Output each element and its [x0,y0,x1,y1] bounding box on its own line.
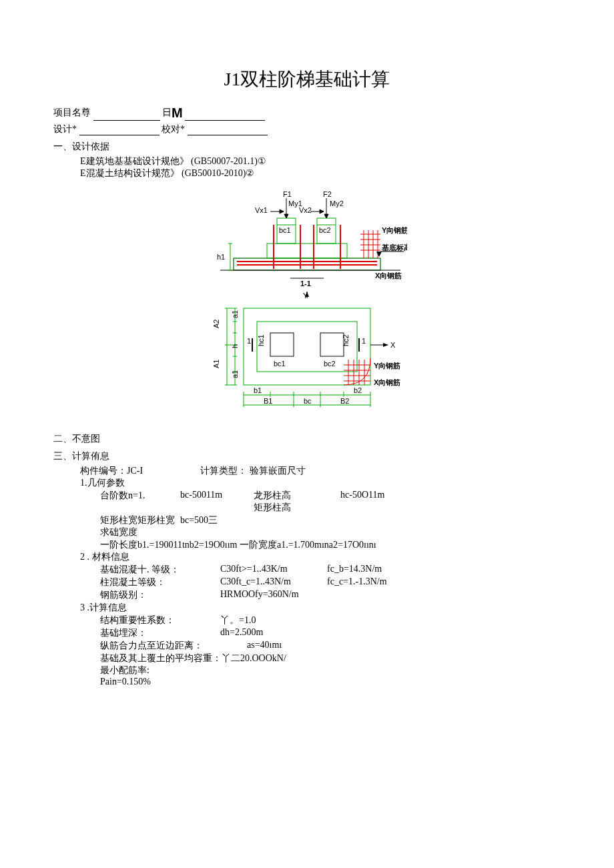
geom-step-dims: 一阶长度b1.=190011tnb2=19O0ıım 一阶宽度a1.=1.700… [100,539,561,551]
mat-found-grade-v: C30ft>=1..43K/m [220,564,327,576]
calc-as-l: 纵筋合力点至近边距离： [100,640,247,652]
project-blank[interactable] [93,111,160,121]
mat-rebar-l: 钢筋级别： [100,589,220,601]
ref-1: E建筑地基基础设计规他》 (GB50007-201.1)① [80,155,561,167]
label-h: h [231,344,239,348]
ref-2: E混凝土结构设计规范》 (GB50010-2010)② [80,167,561,179]
label-y-rebar-plan: Y向钢筋 [374,362,400,370]
mat-col-grade-v: C30ft_c=1..43N/m [220,576,327,588]
label-hc2: hc2 [342,334,350,346]
geom-bc500: bc=500三 [180,514,218,538]
calc-depth-l: 基础埋深： [100,627,220,639]
label-big-b2: B2 [340,397,349,405]
label-a1: A1 [212,360,220,368]
label-f2: F2 [323,190,332,198]
diagram-container: F1 F2 Vx1 My1 Vx2 My2 bc1 bc2 h1 1-1 Y向钢… [53,185,561,428]
label-a1-top: a1 [231,310,239,318]
calc-importance-v: 丫。=1.0 [220,614,256,626]
label-1-right: 1 [362,337,366,345]
geom-colh-a: 龙形柱高 [254,490,340,502]
project-label: 项目名尊 [53,107,91,117]
label-hc1: hc1 [257,334,265,346]
label-bc1-top: bc1 [279,226,291,234]
label-big-b1: B1 [264,397,272,405]
svg-rect-3 [267,244,347,258]
svg-marker-43 [383,343,388,347]
design-blank[interactable] [79,125,160,135]
svg-rect-41 [320,333,344,356]
mat-rebar-v: HRMOOfy=360N/m [220,589,327,601]
geom-colw: 矩形柱宽矩形柱宽求础宽度 [100,514,180,538]
geom-colh-b: 矩形柱高 [254,502,340,514]
calc-type: 计算类型： 验算嵌面尺寸 [200,465,306,477]
calc-as-v: as=40ımı [247,640,282,652]
geom-block: 台阶数n=1. bc-50011m 龙形柱高 矩形柱高 hc-50O11m 矩形… [100,490,561,551]
calc-depth-v: dh=2.500m [220,627,263,639]
label-h1: h1 [217,253,225,261]
svg-rect-40 [270,333,294,356]
sub2-title: 2 . 材料信息 [80,551,561,563]
mat-fcb: fc_b=14.3N/m [327,564,434,576]
mat-block: 基础混凝十. 等级： C30ft>=1..43K/m fc_b=14.3N/m … [100,564,561,601]
date-blank[interactable] [185,111,265,121]
member-id: 构件编号：JC-I [80,465,200,477]
design-label: 设计* [53,124,77,134]
label-a2: A2 [212,320,220,328]
project-line: 项目名尊 日M [53,105,561,121]
label-base-elev: 基底标高 [381,244,407,252]
label-b1: b1 [254,386,262,394]
sub1-title: 1.几何参数 [80,477,561,489]
label-x-axis: X [390,341,396,349]
label-my2: My2 [330,199,344,207]
label-a1-bot: a1 [231,370,239,378]
calc-block: 结构重要性系数： 丫。=1.0 基础埋深： dh=2.500m 纵筋合力点至近边… [100,614,561,687]
svg-marker-21 [284,214,288,218]
label-y-axis: Y [303,292,308,300]
label-x-rebar-plan: X向钢筋 [374,378,400,386]
label-bc2-top: bc2 [319,226,331,234]
section-1-title: 一、设计依据 [53,141,561,153]
svg-marker-25 [280,209,284,213]
page-title: J1双柱阶梯基础计算 [53,67,561,92]
m-glyph: M [172,105,183,120]
calc-importance-l: 结构重要性系数： [100,614,220,626]
svg-marker-35 [376,252,382,257]
mat-found-grade-l: 基础混凝十. 等级： [100,564,220,576]
geom-hc: hc-50O11m [340,490,384,514]
label-1-left: 1 [247,337,251,345]
label-bc2-plan: bc2 [324,360,336,368]
geom-bc: bc-50011m [180,490,254,514]
label-bc: bc [304,397,312,405]
member-line: 构件编号：JC-I 计算类型： 验算嵌面尺寸 [80,465,561,477]
label-1-1: 1-1 [300,280,311,288]
check-label: 校对* [162,124,185,134]
calc-rho-v: Pain=0.150% [100,677,561,687]
svg-marker-27 [320,209,324,213]
svg-marker-23 [324,214,328,218]
label-vx2: Vx2 [299,206,312,214]
calc-gamma: 基础及其上覆土的平均容重：丫二20.OOOkN/ [100,653,561,665]
sub3-title: 3 .计算信息 [80,602,561,614]
mat-col-grade-l: 柱混凝土等级： [100,576,220,588]
mat-fcc: fc_c=1.-1.3N/m [327,576,434,588]
label-bc1-plan: bc1 [274,360,286,368]
calc-rho-l: 最小配筋率: [100,665,561,677]
label-f1: F1 [283,190,292,198]
label-y-rebar-top: Y向钢筋 [382,226,407,234]
foundation-diagram: F1 F2 Vx1 My1 Vx2 My2 bc1 bc2 h1 1-1 Y向钢… [207,185,407,425]
section-2-title: 二、不意图 [53,433,561,445]
geom-n: 台阶数n=1. [100,490,180,514]
date-glyph: 日 [162,107,172,117]
label-x-rebar-top: X向钢筋 [375,272,402,280]
label-b2: b2 [354,386,362,394]
check-blank[interactable] [188,125,268,135]
section-3-title: 三、计算侑息 [53,450,561,462]
designer-line: 设计* 校对* [53,123,561,135]
label-vx1: Vx1 [255,206,268,214]
